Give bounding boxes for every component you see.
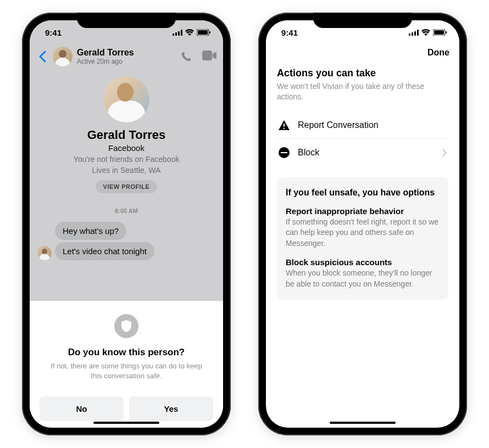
card-section-title: Block suspicious accounts	[286, 257, 440, 267]
svg-rect-14	[446, 31, 447, 33]
chat-dim-area: Gerald Torres Active 20m ago Gerald Torr…	[30, 44, 223, 301]
cellular-icon	[409, 30, 419, 36]
screen-right: 9:41 Done Actions you can take We won't …	[266, 20, 459, 428]
svg-rect-3	[181, 30, 182, 36]
done-button[interactable]: Done	[427, 48, 449, 58]
warning-icon	[278, 120, 290, 131]
shield-icon	[114, 314, 138, 338]
home-indicator[interactable]	[330, 422, 396, 424]
info-card: If you feel unsafe, you have options Rep…	[277, 177, 448, 300]
header-avatar[interactable]	[53, 47, 73, 66]
video-icon[interactable]	[202, 51, 216, 63]
svg-rect-9	[412, 32, 413, 36]
card-section-report: Report inappropriate behavior If somethi…	[286, 206, 440, 249]
svg-rect-5	[198, 30, 208, 35]
header-name: Gerald Torres	[77, 48, 176, 58]
safety-sheet: Do you know this person? If not, there a…	[30, 301, 223, 428]
phone-frame-right: 9:41 Done Actions you can take We won't …	[258, 13, 467, 435]
view-profile-button[interactable]: VIEW PROFILE	[96, 180, 158, 193]
profile-name: Gerald Torres	[41, 128, 212, 142]
svg-rect-11	[417, 30, 419, 36]
header-status: Active 20m ago	[77, 58, 176, 65]
svg-rect-10	[414, 31, 416, 36]
profile-friends-line: You're not friends on Facebook	[41, 155, 212, 164]
home-indicator[interactable]	[93, 422, 159, 424]
card-section-body: If something doesn't feel right, report …	[286, 217, 440, 249]
phone-frame-left: 9:41 Gerald Torres	[22, 13, 231, 435]
svg-rect-15	[284, 124, 285, 127]
svg-rect-0	[173, 33, 174, 36]
action-list: Report Conversation Block	[277, 112, 448, 166]
chat-timestamp: 8:05 AM	[30, 208, 223, 214]
block-icon	[278, 147, 290, 159]
battery-icon	[197, 29, 211, 36]
cellular-icon	[173, 30, 182, 36]
card-section-block: Block suspicious accounts When you block…	[286, 257, 440, 289]
status-right	[173, 29, 211, 36]
phone-icon[interactable]	[180, 51, 192, 63]
card-section-title: Report inappropriate behavior	[286, 206, 440, 216]
block-row[interactable]: Block	[277, 139, 448, 166]
header-actions	[180, 51, 216, 63]
wifi-icon	[185, 29, 194, 36]
safety-buttons: No Yes	[40, 396, 213, 421]
done-row: Done	[266, 44, 459, 63]
svg-rect-2	[178, 31, 180, 36]
message-avatar	[37, 246, 52, 260]
message-row: Let's video chat tonight	[30, 241, 223, 261]
report-label: Report Conversation	[298, 120, 447, 130]
profile-location-line: Lives in Seattle, WA	[41, 166, 212, 175]
no-button[interactable]: No	[40, 396, 124, 421]
svg-rect-6	[209, 31, 210, 33]
message-bubble[interactable]: Hey what's up?	[55, 222, 126, 240]
svg-rect-7	[202, 51, 212, 60]
card-title: If you feel unsafe, you have options	[286, 187, 440, 199]
svg-rect-8	[409, 33, 410, 36]
card-section-body: When you block someone, they'll no longe…	[286, 268, 440, 289]
status-time: 9:41	[281, 28, 298, 37]
status-time: 9:41	[45, 28, 62, 37]
device-notch	[77, 13, 176, 28]
screen-left: 9:41 Gerald Torres	[30, 20, 223, 428]
report-conversation-row[interactable]: Report Conversation	[277, 112, 448, 139]
block-label: Block	[298, 148, 434, 158]
svg-rect-1	[175, 32, 177, 36]
message-bubble[interactable]: Let's video chat tonight	[55, 242, 154, 260]
chevron-right-icon	[442, 148, 447, 157]
actions-subtitle: We won't tell Vivian if you take any of …	[277, 81, 448, 102]
profile-avatar[interactable]	[103, 76, 149, 122]
profile-section: Gerald Torres Facebook You're not friend…	[30, 71, 223, 201]
battery-icon	[433, 29, 447, 36]
profile-platform: Facebook	[41, 143, 212, 153]
yes-button[interactable]: Yes	[129, 396, 213, 421]
svg-rect-16	[284, 128, 285, 129]
svg-rect-18	[281, 152, 287, 153]
back-button[interactable]	[36, 51, 48, 63]
actions-title: Actions you can take	[277, 68, 448, 79]
header-info[interactable]: Gerald Torres Active 20m ago	[77, 48, 176, 65]
svg-rect-13	[434, 30, 444, 35]
status-right	[409, 29, 447, 36]
safety-subtitle: If not, there are some things you can do…	[40, 361, 213, 381]
device-notch	[313, 13, 412, 28]
safety-title: Do you know this person?	[40, 347, 213, 358]
wifi-icon	[421, 29, 430, 36]
actions-body: Actions you can take We won't tell Vivia…	[266, 63, 459, 304]
message-row: Hey what's up?	[30, 221, 223, 241]
chat-header: Gerald Torres Active 20m ago	[30, 44, 223, 71]
